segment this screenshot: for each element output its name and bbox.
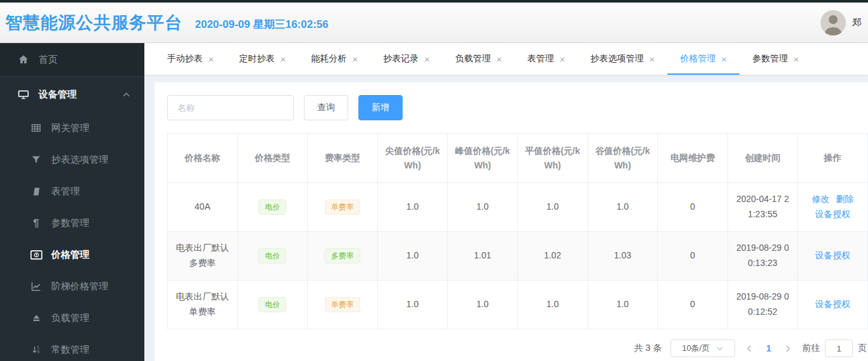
- home-icon: [16, 54, 30, 65]
- close-icon[interactable]: ×: [280, 54, 286, 65]
- tab-timed-reading[interactable]: 定时抄表×: [227, 43, 299, 75]
- cell-price-type: 电价: [237, 281, 308, 329]
- table-body: 40A电价单费率1.01.01.01.002020-04-17 21:23:55…: [168, 183, 868, 329]
- column-header: 价格名称: [168, 134, 238, 183]
- header-user-area[interactable]: 郑: [821, 10, 862, 35]
- tab-label: 负载管理: [455, 53, 491, 65]
- cell-valley-price: 1.0: [588, 281, 658, 329]
- cell-created-time: 2019-08-29 00:13:23: [727, 232, 798, 281]
- sidebar-item-label: 抄表选项管理: [51, 154, 108, 166]
- close-icon[interactable]: ×: [496, 54, 502, 65]
- device-auth-link[interactable]: 设备授权: [815, 248, 850, 263]
- add-button[interactable]: 新增: [358, 95, 403, 120]
- app-title: 智慧能源公共服务平台: [5, 11, 182, 34]
- close-icon[interactable]: ×: [424, 54, 430, 65]
- tab-label: 表管理: [527, 53, 554, 65]
- sidebar-item-label: 首页: [39, 54, 58, 66]
- table-row: 电表出厂默认单费率电价单费率1.01.01.01.002019-08-29 00…: [168, 281, 868, 329]
- tab-manual-reading[interactable]: 手动抄表×: [154, 43, 227, 75]
- sidebar-item-home[interactable]: 首页: [0, 43, 144, 77]
- book-icon: [29, 187, 43, 196]
- sidebar-item-device-mgmt[interactable]: 设备管理: [0, 77, 144, 112]
- content-area: 查询 新增 价格名称价格类型费率类型尖值价格(元/kWh)峰值价格(元/kWh)…: [144, 75, 868, 361]
- sidebar-item-label: 负载管理: [51, 312, 89, 324]
- tab-label: 定时抄表: [239, 53, 275, 65]
- next-page-button[interactable]: [783, 345, 793, 353]
- cell-valley-price: 1.0: [588, 183, 658, 232]
- monitor-icon: [16, 89, 30, 99]
- device-auth-link[interactable]: 设备授权: [815, 297, 850, 312]
- sidebar-item-label: 价格管理: [51, 249, 89, 261]
- tab-reading-options-mgmt[interactable]: 抄表选项管理×: [578, 43, 668, 75]
- cell-actions: 修改删除设备授权: [798, 183, 868, 232]
- svg-text:1: 1: [37, 345, 39, 350]
- close-icon[interactable]: ×: [353, 54, 358, 65]
- close-icon[interactable]: ×: [650, 54, 655, 65]
- cell-price-name: 电表出厂默认单费率: [168, 281, 238, 329]
- goto-page-input[interactable]: [825, 339, 853, 357]
- sidebar-item-constant-mgmt[interactable]: 19常数管理: [0, 334, 144, 361]
- sort-numeric-icon: 19: [29, 345, 43, 355]
- column-header: 尖值价格(元/kWh): [377, 134, 448, 183]
- close-icon[interactable]: ×: [560, 54, 565, 65]
- close-icon[interactable]: ×: [208, 54, 214, 65]
- cell-flat-price: 1.0: [517, 183, 588, 232]
- cell-price-type: 电价: [237, 183, 308, 232]
- close-icon[interactable]: ×: [721, 54, 727, 65]
- chart-line-icon: [29, 281, 43, 291]
- sidebar-item-reading-options-mgmt[interactable]: 抄表选项管理: [0, 144, 144, 175]
- cell-rate-type: 单费率: [308, 183, 378, 232]
- cell-peak-price: 1.0: [448, 281, 518, 329]
- cell-actions: 设备授权: [798, 281, 868, 329]
- column-header: 平值价格(元/kWh): [517, 134, 588, 183]
- sidebar-item-gateway-mgmt[interactable]: 网关管理: [0, 112, 144, 144]
- device-auth-link[interactable]: 设备授权: [815, 207, 850, 222]
- edit-link[interactable]: 修改: [812, 192, 829, 207]
- tab-price-mgmt[interactable]: 价格管理×: [667, 43, 739, 75]
- cell-peak-price: 1.0: [448, 183, 518, 232]
- column-header: 价格类型: [237, 134, 308, 183]
- tab-label: 参数管理: [752, 53, 788, 65]
- cell-rate-type: 多费率: [308, 232, 378, 281]
- tab-load-mgmt[interactable]: 负载管理×: [443, 43, 515, 75]
- sidebar-item-meter-mgmt[interactable]: 表管理: [0, 175, 144, 207]
- column-header: 峰值价格(元/kWh): [448, 134, 518, 183]
- money-icon: [29, 250, 43, 260]
- sidebar-item-price-mgmt[interactable]: 价格管理: [0, 239, 144, 270]
- sidebar-item-label: 表管理: [51, 186, 80, 198]
- prev-page-button[interactable]: [744, 345, 755, 353]
- rate-type-badge: 多费率: [325, 248, 360, 264]
- search-input[interactable]: [167, 95, 294, 120]
- tab-energy-analysis[interactable]: 能耗分析×: [299, 43, 371, 75]
- tab-label: 抄表选项管理: [591, 53, 644, 65]
- tab-bar: 手动抄表×定时抄表×能耗分析×抄表记录×负载管理×表管理×抄表选项管理×价格管理…: [144, 43, 868, 75]
- pagination: 共 3 条 10条/页 1 前往 页: [167, 339, 868, 357]
- rate-type-badge: 单费率: [325, 200, 360, 215]
- sidebar-item-tiered-price-mgmt[interactable]: 阶梯价格管理: [0, 270, 144, 302]
- sidebar-item-param-mgmt[interactable]: ¶参数管理: [0, 207, 144, 239]
- user-avatar[interactable]: [821, 10, 846, 35]
- cell-sharp-price: 1.0: [377, 232, 448, 281]
- close-icon[interactable]: ×: [793, 54, 799, 65]
- cell-rate-type: 单费率: [308, 281, 378, 329]
- tab-reading-records[interactable]: 抄表记录×: [370, 43, 443, 75]
- sidebar-menu: 首页设备管理网关管理抄表选项管理表管理¶参数管理价格管理阶梯价格管理负载管理19…: [0, 43, 144, 361]
- sidebar-item-label: 阶梯价格管理: [51, 281, 108, 293]
- query-button[interactable]: 查询: [304, 95, 348, 120]
- delete-link[interactable]: 删除: [836, 192, 853, 207]
- chevron-down-icon: [716, 345, 724, 352]
- header: 智慧能源公共服务平台 2020-09-09 星期三16:02:56 郑: [0, 3, 868, 43]
- sidebar-item-label: 常数管理: [51, 344, 89, 356]
- layout: 首页设备管理网关管理抄表选项管理表管理¶参数管理价格管理阶梯价格管理负载管理19…: [0, 43, 868, 361]
- column-header: 创建时间: [727, 134, 798, 183]
- tab-meter-mgmt[interactable]: 表管理×: [515, 43, 578, 75]
- current-page[interactable]: 1: [764, 343, 774, 353]
- tab-label: 抄表记录: [383, 53, 418, 65]
- eject-icon: [29, 314, 43, 322]
- sidebar-item-load-mgmt[interactable]: 负载管理: [0, 302, 144, 334]
- page-size-select[interactable]: 10条/页: [670, 339, 735, 357]
- tab-param-mgmt[interactable]: 参数管理×: [739, 43, 812, 75]
- table-header-row: 价格名称价格类型费率类型尖值价格(元/kWh)峰值价格(元/kWh)平值价格(元…: [168, 134, 868, 183]
- table-row: 电表出厂默认多费率电价多费率1.01.011.021.0302019-08-29…: [168, 232, 868, 281]
- price-type-badge: 电价: [258, 297, 286, 313]
